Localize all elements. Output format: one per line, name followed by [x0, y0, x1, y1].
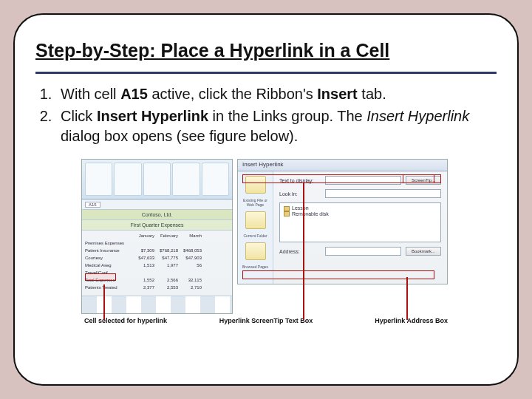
step-2: Click Insert Hyperlink in the Links grou… — [56, 106, 497, 146]
title-rule — [35, 72, 497, 74]
folder-icon — [284, 206, 290, 211]
slide-card: Step-by-Step: Place a Hyperlink in a Cel… — [13, 13, 519, 386]
callout-left: Cell selected for hyperlink — [81, 317, 203, 324]
figure: A15 Contoso, Ltd. First Quarter Expenses… — [81, 159, 451, 324]
callout-arrow-left — [103, 284, 105, 320]
step-1: With cell A15 active, click the Ribbon's… — [56, 84, 497, 103]
callout-arrow-mid — [303, 183, 304, 320]
dialog-title: Insert Hyperlink — [238, 160, 447, 171]
callout-box-address — [242, 270, 434, 279]
address-label: Address: — [279, 249, 321, 254]
bookmark-button: Bookmark... — [406, 247, 441, 256]
callout-box-cell — [85, 273, 116, 281]
page-title: Step-by-Step: Place a Hyperlink in a Cel… — [35, 40, 497, 66]
folder-icon — [284, 211, 290, 216]
excel-section: First Quarter Expenses — [82, 220, 232, 231]
dialog-sidebar: Existing File or Web Page Current Folder… — [238, 171, 273, 284]
callout-arrow-right — [406, 277, 408, 320]
excel-company: Contoso, Ltd. — [82, 210, 232, 220]
lookin-label: Look in: — [279, 191, 321, 197]
excel-namebox-row: A15 — [82, 200, 232, 210]
linkto-current-icon — [245, 211, 266, 229]
excel-rows: JanuaryFebruaryMarch Premises Expenses P… — [82, 231, 232, 293]
callout-right: Hyperlink Address Box — [329, 317, 451, 324]
figure-callouts: Cell selected for hyperlink Hyperlink Sc… — [81, 317, 451, 324]
steps-list: With cell A15 active, click the Ribbon's… — [56, 84, 497, 146]
linkto-browsed-icon — [245, 242, 266, 260]
callout-mid: Hyperlink ScreenTip Text Box — [205, 317, 327, 324]
address-field — [325, 247, 401, 256]
figure-dialog-panel: Insert Hyperlink Existing File or Web Pa… — [237, 159, 448, 284]
callout-box-screentip-btn — [403, 174, 441, 183]
excel-ribbon — [82, 160, 232, 200]
lookin-field — [325, 189, 441, 198]
excel-namebox: A15 — [85, 202, 100, 208]
